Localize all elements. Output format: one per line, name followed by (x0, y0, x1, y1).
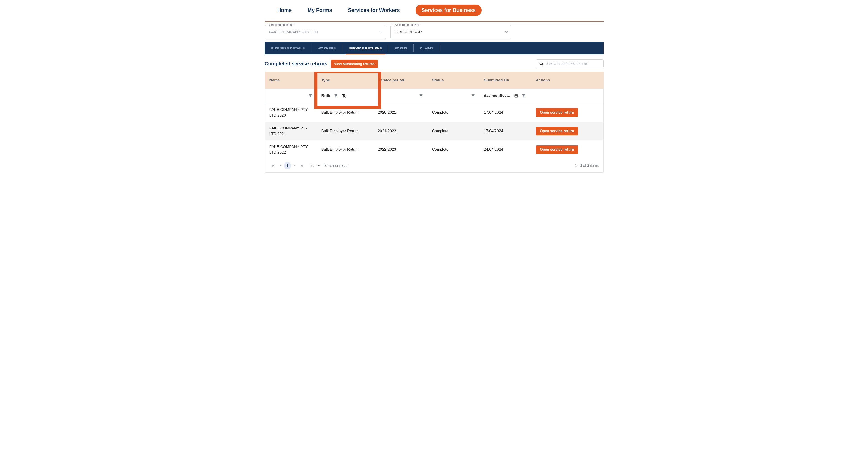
tab-business-details[interactable]: BUSINESS DETAILS (265, 42, 311, 55)
tab-service-returns[interactable]: SERVICE RETURNS (342, 42, 388, 55)
cell-status: Complete (428, 110, 479, 115)
pager-next-icon[interactable] (291, 162, 298, 169)
top-divider (265, 22, 603, 22)
clear-filter-icon[interactable] (342, 94, 346, 98)
pager-last-icon[interactable] (298, 162, 306, 169)
svg-line-1 (542, 64, 543, 65)
col-status[interactable]: Status (428, 78, 479, 83)
cell-name: FAKE COMPANY PTY LTD 2021 (265, 122, 317, 140)
pager-prev-icon[interactable] (277, 162, 284, 169)
col-type[interactable]: Type (317, 78, 373, 83)
filter-icon[interactable] (308, 94, 312, 98)
svg-rect-3 (515, 95, 518, 97)
title-row: Completed service returns View outstandi… (265, 59, 603, 68)
cell-name: FAKE COMPANY PTY LTD 2022 (265, 141, 317, 159)
selected-employer-label: Selected employer (394, 23, 421, 26)
selectors-row: Selected business FAKE COMPANY PTY LTD S… (265, 25, 603, 39)
cell-submitted: 24/04/2024 (479, 147, 531, 152)
filter-icon[interactable] (419, 94, 423, 98)
cell-period: 2022-2023 (373, 147, 428, 152)
table-filter-row: Bulk day/month/y… (265, 89, 603, 103)
open-service-return-button[interactable]: Open service return (536, 127, 578, 136)
cell-submitted: 17/04/2024 (479, 129, 531, 133)
cell-period: 2020-2021 (373, 110, 428, 115)
view-outstanding-button[interactable]: View outstanding returns (331, 60, 378, 68)
col-name[interactable]: Name (265, 78, 317, 83)
top-nav: Home My Forms Services for Workers Servi… (265, 0, 603, 22)
selected-employer-dropdown[interactable]: Selected employer E-BCI-1305747 (390, 25, 512, 39)
page-title: Completed service returns (265, 61, 328, 67)
tab-claims[interactable]: CLAIMS (413, 42, 440, 55)
cell-type: Bulk Employer Return (317, 129, 373, 133)
nav-services-business[interactable]: Services for Business (415, 4, 482, 16)
search-icon (539, 61, 544, 66)
section-tabs: BUSINESS DETAILS WORKERS SERVICE RETURNS… (265, 42, 603, 55)
col-submitted[interactable]: Submitted On (479, 78, 531, 83)
cell-period: 2021-2022 (373, 129, 428, 133)
cell-type: Bulk Employer Return (317, 147, 373, 152)
chevron-down-icon (380, 31, 382, 33)
table-row: FAKE COMPANY PTY LTD 2022 Bulk Employer … (265, 140, 603, 159)
selected-business-label: Selected business (268, 23, 295, 26)
chevron-down-icon (505, 31, 508, 33)
cell-status: Complete (428, 129, 479, 133)
calendar-icon[interactable] (514, 94, 518, 98)
pager-first-icon[interactable] (270, 162, 277, 169)
cell-name: FAKE COMPANY PTY LTD 2020 (265, 104, 317, 122)
svg-point-0 (539, 62, 542, 65)
nav-services-workers[interactable]: Services for Workers (348, 7, 400, 13)
tab-forms[interactable]: FORMS (388, 42, 413, 55)
selected-business-value: FAKE COMPANY PTY LTD (269, 30, 318, 35)
chevron-down-icon[interactable] (317, 165, 320, 167)
table-row: FAKE COMPANY PTY LTD 2021 Bulk Employer … (265, 122, 603, 140)
nav-my-forms[interactable]: My Forms (307, 7, 332, 13)
open-service-return-button[interactable]: Open service return (536, 108, 578, 117)
item-count-label: 1 - 3 of 3 items (575, 163, 599, 168)
page-size-value[interactable]: 50 (311, 163, 315, 168)
table-row: FAKE COMPANY PTY LTD 2020 Bulk Employer … (265, 103, 603, 122)
cell-status: Complete (428, 147, 479, 152)
nav-home[interactable]: Home (277, 7, 292, 13)
filter-icon[interactable] (471, 94, 475, 98)
pager-current-page[interactable]: 1 (284, 162, 291, 169)
type-filter-value[interactable]: Bulk (321, 94, 330, 98)
search-input[interactable] (546, 61, 600, 66)
search-box[interactable] (536, 59, 603, 68)
selected-business-dropdown[interactable]: Selected business FAKE COMPANY PTY LTD (265, 25, 386, 39)
selected-employer-value: E-BCI-1305747 (395, 30, 423, 35)
per-page-label: items per page (323, 163, 347, 168)
table-header-row: Name Type Service period Status Submitte… (265, 72, 603, 89)
completed-returns-table: Name Type Service period Status Submitte… (265, 71, 603, 173)
filter-icon[interactable] (334, 94, 338, 98)
col-period[interactable]: Service period (373, 78, 428, 83)
tab-workers[interactable]: WORKERS (311, 42, 342, 55)
date-filter-placeholder[interactable]: day/month/y… (484, 94, 510, 98)
open-service-return-button[interactable]: Open service return (536, 145, 578, 154)
cell-type: Bulk Employer Return (317, 110, 373, 115)
col-actions: Actions (531, 78, 603, 83)
table-footer: 1 50 items per page 1 - 3 of 3 items (265, 159, 603, 172)
cell-submitted: 17/04/2024 (479, 110, 531, 115)
filter-icon[interactable] (522, 94, 526, 98)
